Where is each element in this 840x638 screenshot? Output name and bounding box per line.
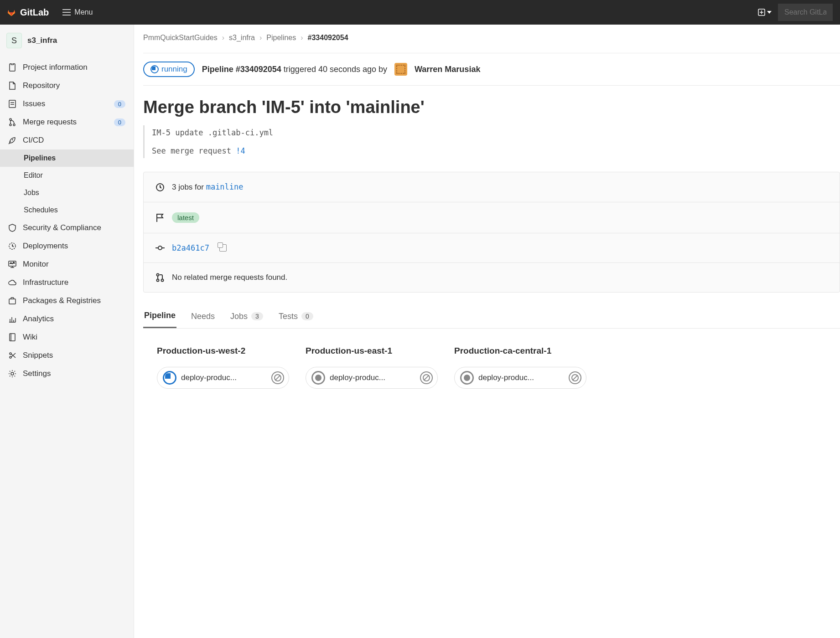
main-content: PmmQuickStartGuides › s3_infra › Pipelin… [134,25,840,638]
commit-message: IM-5 update .gitlab-ci.yml See merge req… [143,125,840,158]
user-avatar[interactable] [394,63,407,76]
svg-point-6 [13,124,15,126]
sidebar-item-repository[interactable]: Repository [0,77,134,95]
tab-jobs[interactable]: Jobs3 [229,305,264,328]
breadcrumb-separator: › [259,34,262,42]
latest-info-row: latest [144,202,840,233]
mr-info-row: No related merge requests found. [144,263,840,292]
job-action-button[interactable] [569,371,581,384]
gitlab-logo-icon [7,8,16,16]
sidebar-item-schedules[interactable]: Schedules [0,201,134,219]
svg-rect-10 [10,334,15,341]
breadcrumb-project[interactable]: s3_infra [229,34,255,42]
issues-count-badge: 0 [114,100,125,108]
svg-point-5 [10,124,11,126]
project-name: s3_infra [27,36,57,45]
brand-logo[interactable]: GitLab [7,7,49,18]
mr-count-badge: 0 [114,118,125,126]
pipeline-header: running Pipeline #334092054 triggered 40… [143,53,840,86]
job-card[interactable]: deploy-produc... [454,367,586,389]
breadcrumb-current: #334092054 [308,34,348,42]
svg-point-11 [10,353,11,355]
branch-link[interactable]: mainline [206,182,244,191]
sidebar-item-project-information[interactable]: Project information [0,58,134,77]
commit-hash-link[interactable]: b2a461c7 [172,243,209,252]
chevron-down-icon [767,11,772,14]
sidebar-item-cicd[interactable]: CI/CD [0,131,134,149]
jobs-info-row: 3 jobs for mainline [144,172,840,202]
running-status-icon [150,65,159,73]
commit-icon [156,243,165,252]
info-icon [8,63,16,72]
job-status-manual-icon [460,371,474,385]
svg-point-12 [10,356,11,358]
menu-button[interactable]: Menu [62,8,93,16]
job-action-button[interactable] [271,371,284,384]
clock-icon [156,183,165,192]
sidebar-item-settings[interactable]: Settings [0,365,134,383]
sidebar-item-merge-requests[interactable]: Merge requests 0 [0,113,134,131]
sidebar-item-security[interactable]: Security & Compliance [0,219,134,237]
sidebar-item-pipelines[interactable]: Pipelines [0,149,134,167]
job-status-running-icon [163,371,176,385]
sidebar-item-wiki[interactable]: Wiki [0,328,134,346]
project-header[interactable]: S s3_infra [0,28,134,53]
stage-title: Production-ca-central-1 [454,346,586,356]
merge-request-link[interactable]: !4 [236,146,245,155]
user-name[interactable]: Warren Marusiak [415,65,480,74]
shield-icon [8,224,16,232]
svg-point-18 [161,279,164,282]
sidebar-item-deployments[interactable]: Deployments [0,237,134,255]
no-mr-text: No related merge requests found. [172,273,287,282]
sidebar-item-issues[interactable]: Issues 0 [0,95,134,113]
svg-point-16 [157,274,159,276]
breadcrumb-separator: › [222,34,224,42]
sidebar-item-jobs[interactable]: Jobs [0,184,134,201]
copy-button[interactable] [219,244,227,252]
monitor-icon [8,260,16,268]
gear-icon [8,370,16,378]
flag-icon [156,213,165,222]
stage-title: Production-us-east-1 [306,346,438,356]
project-avatar: S [6,33,22,48]
sidebar-item-snippets[interactable]: Snippets [0,346,134,365]
deploy-icon [8,242,16,250]
topbar: GitLab Menu [0,0,840,25]
commit-info-row: b2a461c7 [144,233,840,263]
breadcrumb-separator: › [301,34,303,42]
pipeline-stages: Production-us-west-2 deploy-produc... Pr… [143,341,840,389]
job-card[interactable]: deploy-produc... [157,367,289,389]
svg-rect-2 [11,63,14,65]
sidebar-item-monitor[interactable]: Monitor [0,255,134,273]
tab-pipeline[interactable]: Pipeline [143,304,176,328]
tab-tests[interactable]: Tests0 [278,305,314,328]
job-status-manual-icon [311,371,325,385]
tests-count-badge: 0 [301,312,313,320]
rocket-icon [8,136,16,144]
svg-point-13 [11,372,14,375]
sidebar-item-editor[interactable]: Editor [0,167,134,184]
svg-point-15 [158,246,162,250]
stage-column: Production-ca-central-1 deploy-produc... [454,346,586,389]
create-new-button[interactable] [758,9,772,16]
job-card[interactable]: deploy-produc... [306,367,438,389]
sidebar-item-infrastructure[interactable]: Infrastructure [0,273,134,292]
job-action-button[interactable] [420,371,433,384]
sidebar-item-analytics[interactable]: Analytics [0,310,134,328]
brand-name: GitLab [20,7,49,18]
tab-needs[interactable]: Needs [190,305,216,328]
pipeline-trigger-text: Pipeline #334092054 triggered 40 seconds… [202,65,387,74]
pipeline-status-badge[interactable]: running [143,62,195,77]
stage-title: Production-us-west-2 [157,346,289,356]
search-input[interactable] [778,4,833,21]
sidebar-item-packages[interactable]: Packages & Registries [0,292,134,310]
merge-request-icon [156,273,165,282]
jobs-count-badge: 3 [251,312,263,320]
page-title: Merge branch 'IM-5' into 'mainline' [143,98,840,117]
file-icon [8,82,16,90]
breadcrumb-section[interactable]: Pipelines [266,34,296,42]
breadcrumb-group[interactable]: PmmQuickStartGuides [143,34,218,42]
merge-icon [8,118,16,126]
package-icon [8,297,16,305]
svg-rect-9 [9,299,16,304]
